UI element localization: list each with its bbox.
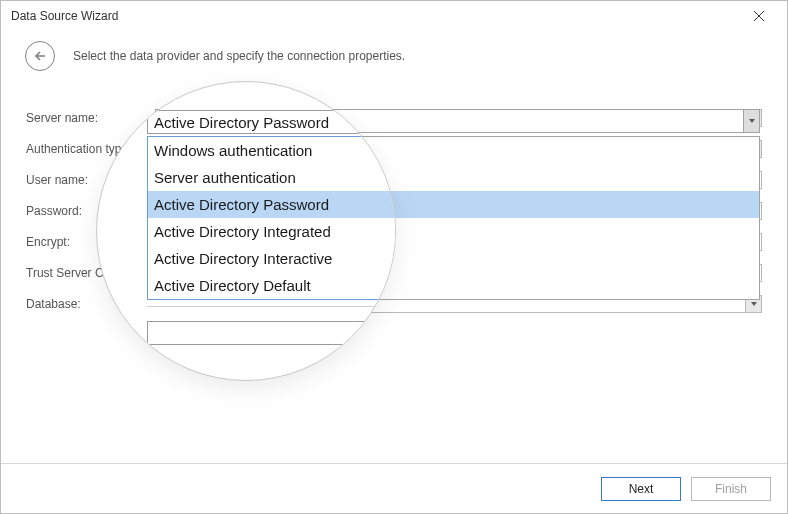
auth-option-ad-password[interactable]: Active Directory Password [148,191,396,218]
titlebar: Data Source Wizard [1,1,787,31]
auth-select-current-text: Active Directory Password [154,114,329,131]
extra-input[interactable] [147,321,396,345]
auth-option-ad-integrated[interactable]: Active Directory Integrated [148,218,396,245]
magnifier-lens: Active Directory Password Windows authen… [96,81,396,381]
wizard-window: Data Source Wizard Select the data provi… [0,0,788,514]
auth-option-ad-default[interactable]: Active Directory Default [148,272,396,299]
instruction-area: Select the data provider and specify the… [1,31,787,93]
window-title: Data Source Wizard [11,9,118,23]
chevron-down-icon[interactable] [743,110,759,132]
finish-button: Finish [691,477,771,501]
close-icon [754,11,764,21]
back-button[interactable] [25,41,55,71]
close-button[interactable] [739,1,779,31]
auth-option-windows[interactable]: Windows authentication [148,137,396,164]
arrow-left-icon [33,49,47,63]
auth-option-server[interactable]: Server authentication [148,164,396,191]
server-name-label: Server name: [26,111,156,125]
auth-dropdown-list: Windows authentication Server authentica… [147,136,396,300]
auth-option-ad-interactive[interactable]: Active Directory Interactive [148,245,396,272]
instruction-text: Select the data provider and specify the… [73,49,405,63]
footer: Next Finish [1,463,787,513]
next-button[interactable]: Next [601,477,681,501]
